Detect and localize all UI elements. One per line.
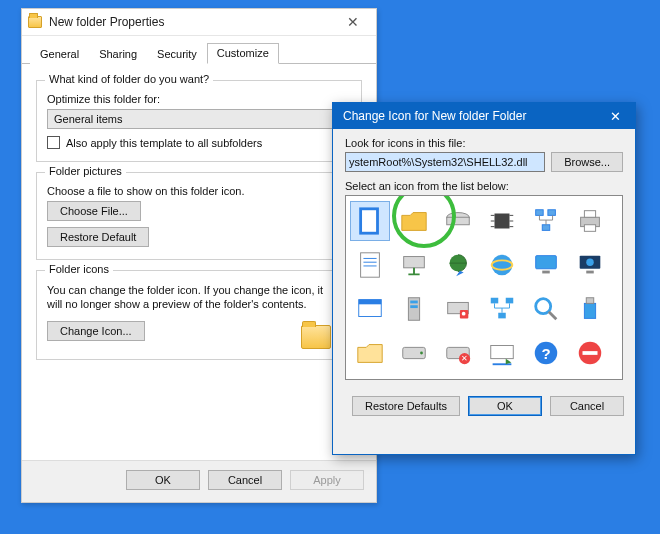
change-icon-title: Change Icon for New folder Folder [343,109,595,123]
icon-option-run[interactable] [483,334,521,372]
icon-option-monitor[interactable] [527,246,565,284]
svg-text:✕: ✕ [461,353,468,363]
tab-general[interactable]: General [30,44,89,64]
current-folder-icon-preview [301,325,331,349]
icon-option-network-drive[interactable] [395,246,433,284]
properties-window: New folder Properties ✕ General Sharing … [21,8,377,503]
svg-point-27 [586,258,594,266]
svg-point-45 [420,352,423,355]
svg-line-41 [549,312,557,320]
look-for-label: Look for icons in this file: [345,137,623,149]
svg-rect-53 [583,351,598,355]
icon-option-window[interactable] [351,290,389,328]
optimize-select-value: General items [54,113,122,125]
svg-rect-20 [404,257,425,268]
svg-rect-11 [548,210,556,216]
properties-cancel-button[interactable]: Cancel [208,470,282,490]
group-what-kind-legend: What kind of folder do you want? [45,73,213,85]
select-icon-label: Select an icon from the list below: [345,180,623,192]
svg-point-40 [536,299,551,314]
change-icon-footer: Restore Defaults OK Cancel [333,388,635,427]
icon-option-search[interactable] [527,290,565,328]
apply-subfolders-checkbox[interactable] [47,136,60,149]
icon-option-drive[interactable] [439,202,477,240]
svg-rect-30 [359,300,382,305]
icon-option-usb[interactable] [571,290,609,328]
group-folder-pictures: Folder pictures Choose a file to show on… [36,172,362,260]
properties-ok-button[interactable]: OK [126,470,200,490]
icon-list[interactable]: ✕ ? [345,195,623,380]
svg-text:?: ? [541,345,550,362]
svg-rect-15 [584,225,595,232]
change-icon-dialog: Change Icon for New folder Folder ✕ Look… [332,102,636,455]
change-icon-cancel-button[interactable]: Cancel [550,396,624,416]
change-icon-ok-button[interactable]: OK [468,396,542,416]
optimize-select[interactable]: General items [47,109,351,129]
svg-rect-42 [584,303,595,318]
change-icon-body: Look for icons in this file: Browse... S… [333,129,635,388]
change-icon-button[interactable]: Change Icon... [47,321,145,341]
properties-close-button[interactable]: ✕ [336,14,370,30]
icon-option-folder-alt[interactable] [351,334,389,372]
restore-default-button[interactable]: Restore Default [47,227,149,247]
svg-rect-49 [491,346,514,359]
properties-tabstrip: General Sharing Security Customize [22,36,376,64]
icon-option-display-settings[interactable] [571,246,609,284]
group-folder-pictures-legend: Folder pictures [45,165,126,177]
properties-footer: OK Cancel Apply [22,460,376,502]
group-folder-icons-legend: Folder icons [45,263,113,275]
icon-option-globe-arrow[interactable] [439,246,477,284]
icon-option-stop[interactable] [571,334,609,372]
change-icon-titlebar: Change Icon for New folder Folder ✕ [333,103,635,129]
svg-rect-14 [584,211,595,218]
apply-subfolders-label: Also apply this template to all subfolde… [66,137,262,149]
svg-rect-2 [447,217,470,225]
icon-option-chip[interactable] [483,202,521,240]
icon-option-blank-file[interactable] [351,202,389,240]
icon-option-printer[interactable] [571,202,609,240]
svg-point-36 [462,312,466,316]
svg-rect-12 [542,225,550,231]
icon-option-help[interactable]: ? [527,334,565,372]
tab-customize[interactable]: Customize [207,43,279,64]
icon-option-hdd[interactable] [395,334,433,372]
svg-rect-39 [498,313,506,319]
tab-security[interactable]: Security [147,44,207,64]
svg-rect-32 [410,301,418,304]
icon-option-hdd-error[interactable]: ✕ [439,334,477,372]
properties-title: New folder Properties [49,15,329,29]
folder-icon [28,16,42,28]
properties-apply-button[interactable]: Apply [290,470,364,490]
restore-defaults-button[interactable]: Restore Defaults [352,396,460,416]
svg-rect-43 [586,298,594,304]
icon-option-text-doc[interactable] [351,246,389,284]
svg-rect-37 [491,298,499,304]
group-what-kind: What kind of folder do you want? Optimiz… [36,80,362,162]
icon-option-network[interactable] [483,290,521,328]
svg-rect-38 [506,298,514,304]
svg-rect-25 [542,271,550,274]
choose-file-button[interactable]: Choose File... [47,201,141,221]
browse-button[interactable]: Browse... [551,152,623,172]
svg-rect-16 [361,253,380,277]
icon-option-folder[interactable] [395,202,433,240]
properties-body: What kind of folder do you want? Optimiz… [22,64,376,370]
folder-icons-desc: You can change the folder icon. If you c… [47,283,337,311]
change-icon-close-button[interactable]: ✕ [595,103,635,129]
tab-sharing[interactable]: Sharing [89,44,147,64]
svg-rect-28 [586,271,594,274]
svg-rect-3 [495,214,510,229]
svg-rect-10 [536,210,544,216]
group-folder-icons: Folder icons You can change the folder i… [36,270,362,360]
icon-option-tree[interactable] [527,202,565,240]
properties-titlebar: New folder Properties ✕ [22,9,376,36]
icon-option-server[interactable] [395,290,433,328]
icon-option-locked-drive[interactable] [439,290,477,328]
folder-pictures-desc: Choose a file to show on this folder ico… [47,185,351,197]
svg-point-22 [492,255,513,276]
optimize-label: Optimize this folder for: [47,93,351,105]
svg-rect-33 [410,305,418,308]
icon-option-internet[interactable] [483,246,521,284]
icon-file-path-input[interactable] [345,152,545,172]
svg-rect-0 [361,209,378,233]
